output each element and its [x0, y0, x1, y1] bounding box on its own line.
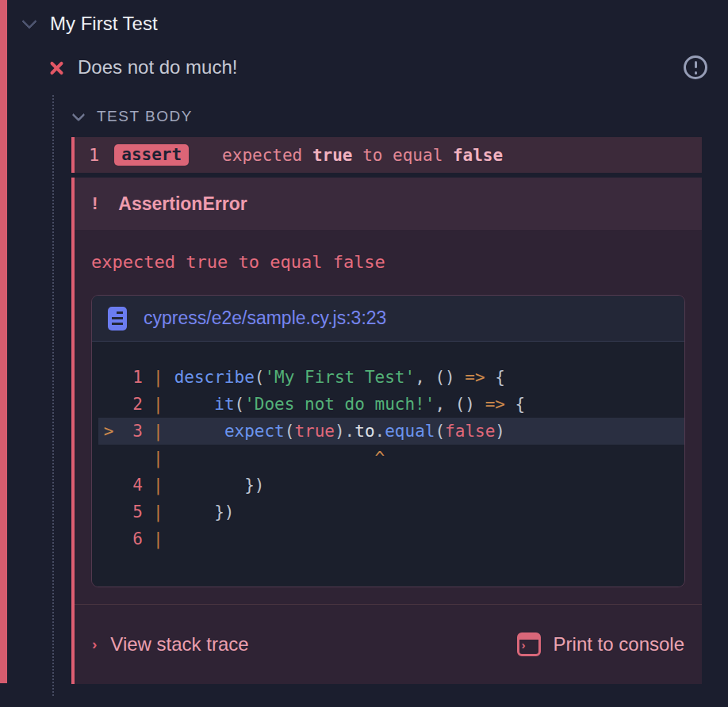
file-link[interactable]: cypress/e2e/sample.cy.js:3:23 — [144, 308, 386, 329]
error-body: expected true to equal false cypress/e2e… — [75, 230, 702, 604]
code-frame-header[interactable]: cypress/e2e/sample.cy.js:3:23 — [92, 296, 684, 342]
error-header[interactable]: ! AssertionError — [75, 178, 702, 230]
chevron-down-icon[interactable] — [21, 13, 37, 29]
error-panel: ! AssertionError expected true to equal … — [71, 178, 702, 684]
error-footer: › View stack trace Print to console — [75, 604, 702, 684]
test-failed-x-icon — [49, 60, 64, 75]
code-line: 5| }) — [98, 499, 684, 525]
code-frame-body: 1|describe('My First Test', () => {2| it… — [92, 342, 684, 587]
test-row[interactable]: Does not do much! — [49, 55, 728, 79]
console-icon — [517, 632, 541, 656]
test-body-section-header[interactable]: TEST BODY — [71, 106, 702, 127]
print-to-console-button[interactable]: Print to console — [517, 632, 684, 656]
command-log-row[interactable]: 1 assert expected true to equal false — [71, 137, 702, 173]
view-stack-trace-label: View stack trace — [110, 633, 248, 655]
code-line: | ^ — [98, 445, 684, 472]
error-message: expected true to equal false — [91, 252, 685, 274]
code-line: 4| }) — [98, 472, 684, 499]
cypress-reporter: My First Test Does not do much! TEST BOD… — [0, 0, 728, 707]
code-line: 2| it('Does not do much!', () => { — [98, 391, 684, 418]
test-title: Does not do much! — [78, 56, 237, 78]
suite-row[interactable]: My First Test — [0, 0, 728, 35]
nesting-guide-line — [52, 95, 54, 696]
command-message: expected true to equal false — [222, 146, 503, 165]
code-line: 1|describe('My First Test', () => { — [98, 364, 684, 391]
print-to-console-label: Print to console — [554, 633, 684, 655]
chevron-down-icon[interactable] — [72, 109, 86, 122]
code-line: >3| expect(true).to.equal(false) — [98, 418, 684, 445]
alert-circle-icon[interactable] — [684, 55, 707, 79]
test-body-label: TEST BODY — [97, 108, 193, 125]
error-name: AssertionError — [118, 193, 247, 215]
file-icon — [108, 307, 127, 331]
code-frame: cypress/e2e/sample.cy.js:3:23 1|describe… — [91, 295, 685, 587]
code-line: 6| — [98, 525, 684, 552]
test-detail-content: TEST BODY 1 assert expected true to equa… — [71, 106, 702, 684]
suite-title: My First Test — [50, 13, 158, 35]
chevron-right-icon: › — [92, 636, 97, 653]
fail-accent-strip — [0, 0, 7, 683]
assert-badge: assert — [114, 144, 189, 166]
error-bang-icon: ! — [92, 193, 98, 214]
view-stack-trace-button[interactable]: › View stack trace — [92, 633, 249, 655]
command-number: 1 — [89, 145, 99, 165]
